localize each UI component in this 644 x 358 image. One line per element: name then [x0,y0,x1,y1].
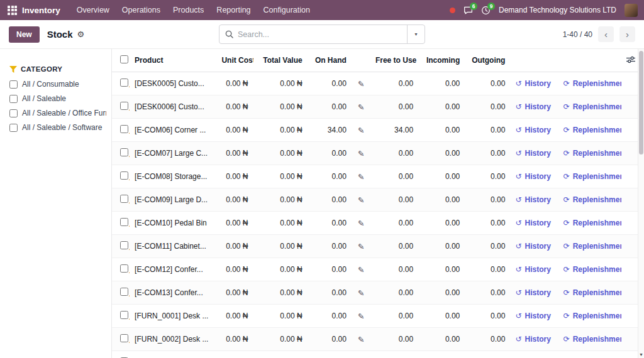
on-hand-cell[interactable]: 0.00 [308,328,352,351]
select-all-checkbox[interactable] [120,55,128,63]
replenishment-button[interactable]: ⟳ Replenishment [564,288,621,297]
product-cell[interactable]: [E-COM10] Pedal Bin [130,212,216,235]
edit-on-hand-icon[interactable]: ✎ [358,289,364,298]
row-checkbox[interactable] [120,334,128,342]
category-checkbox[interactable] [9,95,18,103]
product-cell[interactable]: [DESK0005] Custo... [130,72,216,95]
row-checkbox[interactable] [120,171,128,180]
search-options-toggle[interactable]: ▼ [407,25,425,43]
history-button[interactable]: ↺ History [515,265,550,274]
row-checkbox[interactable] [120,102,128,110]
row-checkbox[interactable] [120,218,128,226]
product-cell[interactable]: [E-COM08] Storage... [130,165,216,188]
product-cell[interactable]: [E-COM13] Confer... [130,281,216,305]
gear-icon[interactable]: ⚙ [77,30,85,39]
column-product[interactable]: Product [130,49,216,72]
product-cell[interactable]: [E-COM11] Cabinet... [130,235,216,258]
history-button[interactable]: ↺ History [515,219,550,227]
column-outgoing[interactable]: Outgoing [465,49,510,72]
column-total-value[interactable]: Total Value [253,49,308,72]
replenishment-button[interactable]: ⟳ Replenishment [564,79,621,88]
apps-menu-icon[interactable] [8,6,17,15]
app-name[interactable]: Inventory [22,6,60,15]
history-button[interactable]: ↺ History [515,79,550,88]
replenishment-button[interactable]: ⟳ Replenishment [564,172,621,181]
product-cell[interactable]: [DESK0006] Custo... [130,95,216,119]
table-row[interactable]: [E-COM07] Large C... 0.00 ₦ 0.00 ₦ 0.00 … [112,142,638,165]
row-checkbox[interactable] [120,148,128,156]
table-row[interactable]: [DESK0005] Custo... 0.00 ₦ 0.00 ₦ 0.00 ✎… [112,72,638,95]
edit-on-hand-icon[interactable]: ✎ [358,335,364,344]
product-cell[interactable]: [FURN_0002] Desk ... [130,328,216,351]
on-hand-cell[interactable]: 0.00 [308,235,352,258]
replenishment-button[interactable]: ⟳ Replenishment [564,149,621,158]
on-hand-cell[interactable]: 0.00 [308,258,352,281]
on-hand-cell[interactable]: 0.00 [308,281,352,305]
pager-next-button[interactable]: › [619,26,635,42]
history-button[interactable]: ↺ History [515,312,550,320]
category-filter-item[interactable]: All / Saleable [9,94,106,103]
table-row[interactable]: [FURN_0001] Desk ... 0.00 ₦ 0.00 ₦ 0.00 … [112,305,638,328]
history-button[interactable]: ↺ History [515,242,550,251]
pager-previous-button[interactable]: ‹ [598,26,614,42]
scrollbar-thumb[interactable] [639,51,643,155]
table-row[interactable]: [E-COM13] Confer... 0.00 ₦ 0.00 ₦ 0.00 ✎… [112,281,638,305]
edit-on-hand-icon[interactable]: ✎ [358,312,364,321]
vertical-scrollbar[interactable]: ▼ [638,49,644,358]
messages-button[interactable]: 6 [464,6,473,15]
edit-on-hand-icon[interactable]: ✎ [358,80,364,89]
history-button[interactable]: ↺ History [515,288,550,297]
activities-button[interactable]: 9 [481,6,491,15]
replenishment-button[interactable]: ⟳ Replenishment [564,219,621,227]
category-filter-item[interactable]: All / Saleable / Software [9,123,106,132]
replenishment-button[interactable]: ⟳ Replenishment [564,265,621,274]
table-row[interactable]: [E-COM06] Corner ... 0.00 ₦ 0.00 ₦ 34.00… [112,119,638,142]
on-hand-cell[interactable]: 0.00 [308,142,352,165]
column-unit-cost[interactable]: Unit Cost [216,49,253,72]
history-button[interactable]: ↺ History [515,149,550,158]
row-checkbox[interactable] [120,241,128,249]
table-row[interactable]: [FURN_0003] LED L... 0.00 ₦ 0.00 ₦ 0.00 … [112,351,638,358]
history-button[interactable]: ↺ History [515,102,550,111]
replenishment-button[interactable]: ⟳ Replenishment [564,335,621,344]
replenishment-button[interactable]: ⟳ Replenishment [564,242,621,251]
row-checkbox[interactable] [120,311,128,319]
table-row[interactable]: [DESK0006] Custo... 0.00 ₦ 0.00 ₦ 0.00 ✎… [112,95,638,119]
product-cell[interactable]: [E-COM12] Confer... [130,258,216,281]
edit-on-hand-icon[interactable]: ✎ [358,196,364,205]
table-row[interactable]: [E-COM12] Confer... 0.00 ₦ 0.00 ₦ 0.00 ✎… [112,258,638,281]
category-filter-item[interactable]: All / Saleable / Office Furni... [9,109,106,117]
on-hand-cell[interactable]: 0.00 [308,72,352,95]
product-cell[interactable]: [FURN_0001] Desk ... [130,305,216,328]
company-name[interactable]: Demand Technology Solutions LTD [499,6,616,14]
on-hand-cell[interactable]: 0.00 [308,188,352,212]
edit-on-hand-icon[interactable]: ✎ [358,103,364,112]
row-checkbox[interactable] [120,195,128,203]
search-input[interactable] [238,30,407,39]
edit-on-hand-icon[interactable]: ✎ [358,219,364,228]
edit-on-hand-icon[interactable]: ✎ [358,266,364,274]
table-row[interactable]: [FURN_0002] Desk ... 0.00 ₦ 0.00 ₦ 0.00 … [112,328,638,351]
scroll-down-arrow[interactable]: ▼ [638,352,644,357]
on-hand-cell[interactable]: 0.00 [308,305,352,328]
user-avatar[interactable] [625,4,638,17]
history-button[interactable]: ↺ History [515,195,550,204]
table-row[interactable]: [E-COM11] Cabinet... 0.00 ₦ 0.00 ₦ 0.00 … [112,235,638,258]
on-hand-cell[interactable]: 0.00 [308,165,352,188]
category-checkbox[interactable] [9,80,18,89]
edit-on-hand-icon[interactable]: ✎ [358,173,364,182]
edit-on-hand-icon[interactable]: ✎ [358,149,364,158]
replenishment-button[interactable]: ⟳ Replenishment [564,126,621,134]
history-button[interactable]: ↺ History [515,126,550,134]
edit-on-hand-icon[interactable]: ✎ [358,126,364,135]
row-checkbox[interactable] [120,125,128,133]
column-incoming[interactable]: Incoming [418,49,465,72]
new-button[interactable]: New [9,26,40,43]
category-checkbox[interactable] [9,109,18,117]
top-menu-item[interactable]: Operations [116,0,167,20]
category-checkbox[interactable] [9,124,18,132]
top-menu-item[interactable]: Products [167,0,210,20]
replenishment-button[interactable]: ⟳ Replenishment [564,102,621,111]
on-hand-cell[interactable]: 34.00 [308,119,352,142]
top-menu-item[interactable]: Reporting [210,0,257,20]
